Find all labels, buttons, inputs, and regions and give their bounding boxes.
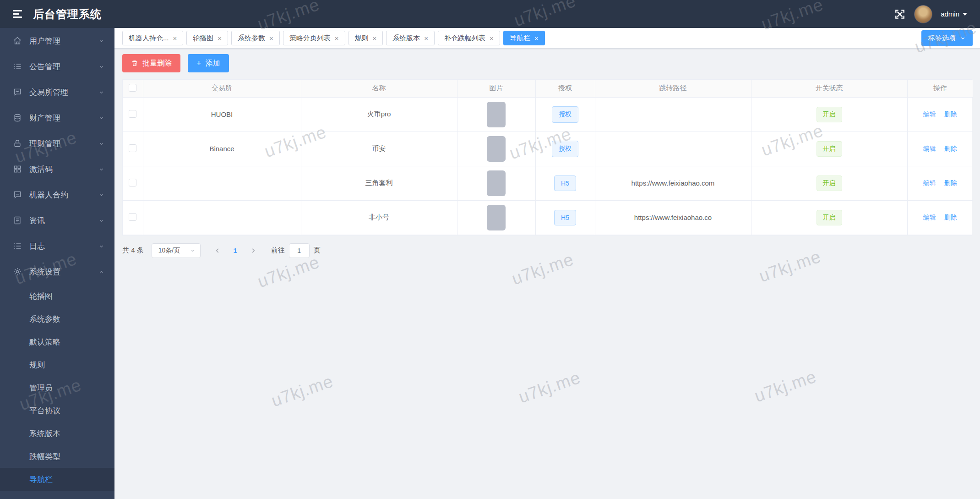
- sidebar-item-finance[interactable]: 理财管理: [0, 131, 114, 156]
- tag-options-label: 标签选项: [928, 34, 956, 43]
- sidebar-subitem-label: 平台协议: [29, 406, 60, 416]
- close-icon[interactable]: ×: [269, 35, 273, 42]
- delete-link[interactable]: 删除: [944, 214, 957, 221]
- close-icon[interactable]: ×: [424, 35, 428, 42]
- chat-icon: [13, 190, 22, 199]
- edit-link[interactable]: 编辑: [923, 110, 936, 118]
- sidebar-subitem-default-strategy[interactable]: 默认策略: [0, 330, 114, 353]
- image-placeholder: [487, 102, 506, 127]
- sidebar-subitem-label: 默认策略: [29, 337, 60, 347]
- page-unit-label: 页: [314, 246, 321, 255]
- sidebar-subitem-label: 跌幅类型: [29, 451, 60, 462]
- data-table: 交易所 名称 图片 授权 跳转路径 开关状态 操作 HUOBI 火币pro 授权: [122, 79, 972, 236]
- table-row: HUOBI 火币pro 授权 开启 编辑 删除: [123, 97, 973, 132]
- edit-link[interactable]: 编辑: [923, 179, 936, 186]
- sidebar: 用户管理 公告管理 交易所管理 财产管理 理财管理: [0, 28, 114, 499]
- sidebar-item-logs[interactable]: 日志: [0, 233, 114, 259]
- tab-margin-call-list[interactable]: 补仓跌幅列表×: [438, 31, 500, 45]
- sidebar-subitem-admins[interactable]: 管理员: [0, 376, 114, 399]
- cell-exchange: Binance: [143, 132, 301, 166]
- auth-button[interactable]: 授权: [552, 141, 578, 157]
- sidebar-item-activation-codes[interactable]: 激活码: [0, 156, 114, 182]
- chevron-down-icon: [960, 35, 966, 41]
- page-number[interactable]: 1: [229, 244, 242, 258]
- edit-link[interactable]: 编辑: [923, 145, 936, 152]
- page-size-select[interactable]: 10条/页: [152, 243, 201, 258]
- sidebar-item-news[interactable]: 资讯: [0, 208, 114, 233]
- auth-button[interactable]: 授权: [552, 106, 578, 123]
- sidebar-subitem-platform-agreement[interactable]: 平台协议: [0, 399, 114, 422]
- tab-system-params[interactable]: 系统参数×: [231, 31, 280, 45]
- trash-icon: [131, 60, 138, 67]
- sidebar-subitem-drop-type[interactable]: 跌幅类型: [0, 445, 114, 468]
- close-icon[interactable]: ×: [173, 35, 177, 42]
- image-placeholder: [487, 136, 506, 162]
- tags-view-bar: 机器人持仓...× 轮播图× 系统参数× 策略分页列表× 规则× 系统版本× 补…: [114, 28, 980, 49]
- username: admin: [941, 10, 959, 18]
- chevron-down-icon: [98, 38, 104, 44]
- tab-label: 导航栏: [510, 34, 530, 43]
- add-label: 添加: [206, 59, 220, 68]
- add-button[interactable]: + 添加: [188, 54, 229, 72]
- sidebar-subitem-system-version[interactable]: 系统版本: [0, 422, 114, 445]
- avatar[interactable]: [914, 5, 932, 23]
- hamburger-icon[interactable]: [13, 10, 22, 18]
- row-checkbox[interactable]: [129, 213, 136, 221]
- sidebar-item-system-settings[interactable]: 系统设置: [0, 259, 114, 285]
- prev-page-button[interactable]: [211, 244, 224, 258]
- tab-robot-positions[interactable]: 机器人持仓...×: [122, 31, 183, 45]
- sidebar-item-robot-contracts[interactable]: 机器人合约: [0, 182, 114, 208]
- tab-label: 系统版本: [392, 34, 420, 43]
- select-all-checkbox[interactable]: [129, 84, 136, 92]
- grid-icon: [13, 165, 22, 174]
- next-page-button[interactable]: [246, 244, 260, 258]
- row-checkbox[interactable]: [129, 179, 136, 186]
- close-icon[interactable]: ×: [373, 35, 377, 42]
- app-header: 后台管理系统 admin: [0, 0, 980, 28]
- tab-navbar[interactable]: 导航栏×: [503, 31, 545, 45]
- cell-jump-path: https://www.feixiaohao.co: [595, 200, 751, 235]
- edit-link[interactable]: 编辑: [923, 214, 936, 221]
- close-icon[interactable]: ×: [218, 35, 222, 42]
- delete-link[interactable]: 删除: [944, 179, 957, 186]
- sidebar-item-assets[interactable]: 财产管理: [0, 105, 114, 131]
- user-menu[interactable]: admin: [941, 10, 967, 18]
- sidebar-subitem-label: 管理员: [29, 383, 53, 393]
- chevron-down-icon: [98, 115, 104, 121]
- sidebar-subitem-carousel[interactable]: 轮播图: [0, 285, 114, 307]
- goto-label: 前往: [271, 246, 285, 255]
- tab-rules[interactable]: 规则×: [348, 31, 383, 45]
- sidebar-item-label: 日志: [29, 241, 45, 252]
- col-jump-path: 跳转路径: [595, 80, 751, 97]
- delete-link[interactable]: 删除: [944, 110, 957, 118]
- sidebar-item-users[interactable]: 用户管理: [0, 28, 114, 54]
- h5-button[interactable]: H5: [554, 175, 576, 191]
- status-badge: 开启: [817, 210, 842, 225]
- chevron-down-icon: [98, 166, 104, 172]
- delete-link[interactable]: 删除: [944, 145, 957, 152]
- table-row: Binance 币安 授权 开启 编辑 删除: [123, 132, 973, 166]
- close-icon[interactable]: ×: [335, 35, 339, 42]
- sidebar-subitem-rules[interactable]: 规则: [0, 353, 114, 376]
- sidebar-subitem-navbar[interactable]: 导航栏: [0, 468, 114, 491]
- cell-exchange: [143, 200, 301, 235]
- goto-page-input[interactable]: [289, 243, 310, 258]
- tab-system-version[interactable]: 系统版本×: [386, 31, 435, 45]
- tag-options-button[interactable]: 标签选项: [921, 30, 973, 46]
- h5-button[interactable]: H5: [554, 210, 576, 225]
- row-checkbox[interactable]: [129, 144, 136, 152]
- row-checkbox[interactable]: [129, 110, 136, 118]
- tab-strategy-page-list[interactable]: 策略分页列表×: [283, 31, 345, 45]
- batch-delete-button[interactable]: 批量删除: [122, 54, 180, 72]
- sidebar-subitem-system-params[interactable]: 系统参数: [0, 307, 114, 330]
- sidebar-item-label: 公告管理: [29, 61, 60, 72]
- tab-carousel[interactable]: 轮播图×: [186, 31, 228, 45]
- close-icon[interactable]: ×: [490, 35, 494, 42]
- sidebar-item-announcements[interactable]: 公告管理: [0, 54, 114, 79]
- status-badge: 开启: [817, 107, 842, 122]
- fullscreen-icon[interactable]: [894, 8, 906, 20]
- close-icon[interactable]: ×: [534, 35, 539, 42]
- sidebar-item-exchanges[interactable]: 交易所管理: [0, 79, 114, 105]
- tab-label: 轮播图: [193, 34, 213, 43]
- image-placeholder: [487, 170, 506, 196]
